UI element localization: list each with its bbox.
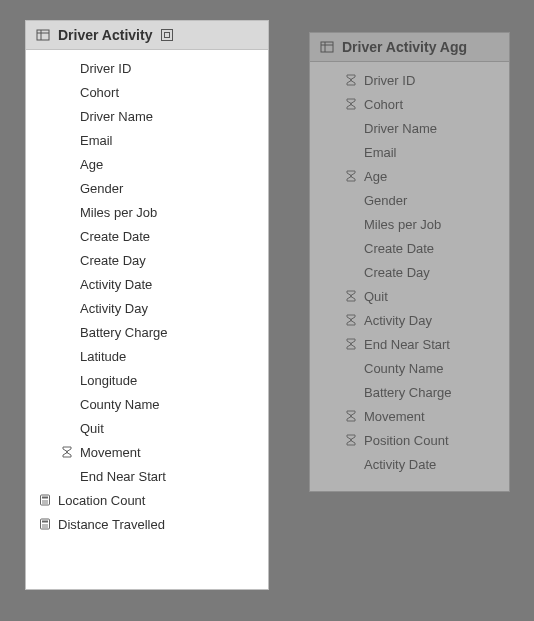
- field-label: Movement: [360, 409, 425, 424]
- field-row[interactable]: Quit: [26, 416, 268, 440]
- field-label: Activity Date: [360, 457, 436, 472]
- field-row[interactable]: Location Count: [26, 488, 268, 512]
- field-label: Driver ID: [360, 73, 415, 88]
- field-label: Cohort: [360, 97, 403, 112]
- field-row[interactable]: Battery Charge: [310, 380, 509, 404]
- panel-title: Driver Activity Agg: [342, 39, 467, 55]
- svg-rect-0: [37, 30, 49, 40]
- field-label: Gender: [76, 181, 123, 196]
- field-row[interactable]: Driver Name: [310, 116, 509, 140]
- svg-rect-3: [162, 30, 173, 41]
- field-row[interactable]: Distance Travelled: [26, 512, 268, 536]
- field-row[interactable]: County Name: [310, 356, 509, 380]
- sigma-icon: [342, 410, 360, 422]
- panel-header[interactable]: Driver Activity: [26, 21, 268, 50]
- table-panel-driver-activity[interactable]: Driver Activity Driver IDCohortDriver Na…: [25, 20, 269, 590]
- field-row[interactable]: End Near Start: [310, 332, 509, 356]
- field-label: Location Count: [54, 493, 145, 508]
- field-row[interactable]: Battery Charge: [26, 320, 268, 344]
- svg-rect-4: [165, 33, 170, 38]
- svg-point-10: [42, 502, 44, 504]
- sigma-icon: [342, 290, 360, 302]
- field-row[interactable]: Activity Date: [26, 272, 268, 296]
- field-label: County Name: [360, 361, 443, 376]
- field-row[interactable]: Activity Day: [26, 296, 268, 320]
- field-label: Create Date: [76, 229, 150, 244]
- field-row[interactable]: Gender: [310, 188, 509, 212]
- field-row[interactable]: Driver ID: [310, 68, 509, 92]
- field-row[interactable]: Create Day: [310, 260, 509, 284]
- field-row[interactable]: Create Day: [26, 248, 268, 272]
- field-row[interactable]: Activity Date: [310, 452, 509, 476]
- svg-point-11: [44, 502, 46, 504]
- svg-point-8: [44, 500, 46, 502]
- svg-point-17: [46, 524, 48, 526]
- field-label: Longitude: [76, 373, 137, 388]
- field-row[interactable]: Movement: [310, 404, 509, 428]
- svg-rect-14: [42, 521, 48, 523]
- field-row[interactable]: Create Date: [26, 224, 268, 248]
- field-row[interactable]: Gender: [26, 176, 268, 200]
- field-label: Miles per Job: [76, 205, 157, 220]
- field-label: Create Day: [360, 265, 430, 280]
- panel-title: Driver Activity: [58, 27, 152, 43]
- field-row[interactable]: Longitude: [26, 368, 268, 392]
- svg-point-7: [42, 500, 44, 502]
- field-label: Distance Travelled: [54, 517, 165, 532]
- field-label: Cohort: [76, 85, 119, 100]
- field-row[interactable]: Activity Day: [310, 308, 509, 332]
- table-icon: [34, 28, 52, 42]
- field-row[interactable]: Movement: [26, 440, 268, 464]
- field-row[interactable]: County Name: [26, 392, 268, 416]
- sigma-icon: [342, 170, 360, 182]
- field-row[interactable]: Age: [26, 152, 268, 176]
- field-label: Age: [76, 157, 103, 172]
- sigma-icon: [58, 446, 76, 458]
- svg-point-16: [44, 524, 46, 526]
- field-label: Position Count: [360, 433, 449, 448]
- panel-body: Driver IDCohortDriver NameEmailAgeGender…: [26, 50, 268, 546]
- svg-point-19: [44, 526, 46, 528]
- focus-icon: [158, 28, 176, 42]
- field-row[interactable]: Miles per Job: [310, 212, 509, 236]
- svg-rect-21: [321, 42, 333, 52]
- panel-body: Driver IDCohortDriver NameEmailAgeGender…: [310, 62, 509, 486]
- field-row[interactable]: Age: [310, 164, 509, 188]
- field-row[interactable]: Position Count: [310, 428, 509, 452]
- field-row[interactable]: Miles per Job: [26, 200, 268, 224]
- field-row[interactable]: Create Date: [310, 236, 509, 260]
- field-row[interactable]: Driver Name: [26, 104, 268, 128]
- field-label: Activity Day: [360, 313, 432, 328]
- field-label: Battery Charge: [76, 325, 167, 340]
- field-label: Movement: [76, 445, 141, 460]
- field-row[interactable]: Driver ID: [26, 56, 268, 80]
- calculator-icon: [36, 518, 54, 530]
- field-label: Miles per Job: [360, 217, 441, 232]
- field-row[interactable]: End Near Start: [26, 464, 268, 488]
- field-label: Quit: [76, 421, 104, 436]
- svg-point-20: [46, 526, 48, 528]
- field-row[interactable]: Cohort: [310, 92, 509, 116]
- field-label: Age: [360, 169, 387, 184]
- field-row[interactable]: Email: [26, 128, 268, 152]
- field-row[interactable]: Latitude: [26, 344, 268, 368]
- field-label: Driver Name: [360, 121, 437, 136]
- field-row[interactable]: Quit: [310, 284, 509, 308]
- field-label: Latitude: [76, 349, 126, 364]
- sigma-icon: [342, 338, 360, 350]
- field-label: County Name: [76, 397, 159, 412]
- sigma-icon: [342, 434, 360, 446]
- field-label: Activity Date: [76, 277, 152, 292]
- sigma-icon: [342, 74, 360, 86]
- field-row[interactable]: Email: [310, 140, 509, 164]
- field-row[interactable]: Cohort: [26, 80, 268, 104]
- field-label: Email: [360, 145, 397, 160]
- sigma-icon: [342, 98, 360, 110]
- table-panel-driver-activity-agg[interactable]: Driver Activity Agg Driver IDCohortDrive…: [309, 32, 510, 492]
- svg-point-15: [42, 524, 44, 526]
- field-label: Battery Charge: [360, 385, 451, 400]
- field-label: Driver ID: [76, 61, 131, 76]
- field-label: Create Date: [360, 241, 434, 256]
- field-label: Driver Name: [76, 109, 153, 124]
- panel-header[interactable]: Driver Activity Agg: [310, 33, 509, 62]
